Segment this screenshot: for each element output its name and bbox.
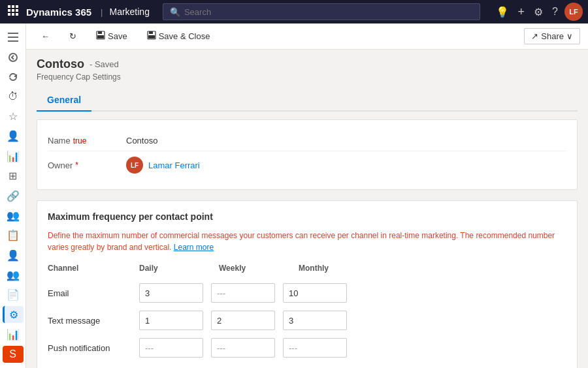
owner-value: LF Lamar Ferrari	[126, 157, 200, 174]
leads-icon[interactable]: 👥	[3, 207, 24, 224]
record-subtitle: Frequency Cap Settings	[37, 72, 578, 82]
frequency-description: Define the maximum number of commercial …	[48, 230, 566, 253]
monthly-header: Monthly	[299, 264, 370, 273]
email-monthly-input[interactable]	[283, 283, 347, 303]
accounts-icon[interactable]: 👤	[3, 247, 24, 264]
svg-rect-14	[98, 31, 102, 34]
share-button[interactable]: ↗ Share ∨	[524, 28, 580, 44]
lightbulb-icon[interactable]: 💡	[493, 3, 512, 21]
svg-rect-11	[8, 40, 18, 42]
user-avatar[interactable]: LF	[564, 3, 583, 21]
search-input[interactable]	[184, 7, 473, 17]
svg-rect-0	[8, 5, 10, 8]
share-label: Share	[541, 31, 564, 41]
module-name: Marketing	[109, 7, 149, 17]
push-monthly-input[interactable]	[283, 338, 347, 358]
main-content: ← ↻ Save	[26, 23, 588, 368]
svg-rect-15	[97, 35, 104, 38]
share-chevron-icon: ∨	[566, 31, 573, 41]
text-monthly-input[interactable]	[283, 311, 347, 330]
save-close-button[interactable]: Save & Close	[140, 27, 218, 45]
brand-name: Dynamics 365	[26, 7, 91, 18]
hamburger-menu-icon[interactable]	[3, 29, 24, 46]
back-nav-icon[interactable]	[3, 48, 24, 65]
push-notification-row: Push notification	[48, 334, 566, 361]
settings-icon[interactable]: ⚙	[531, 3, 546, 21]
svg-rect-10	[8, 37, 18, 38]
top-navigation: Dynamics 365 | Marketing 🔍 💡 + ⚙ ? LF	[0, 0, 588, 23]
svg-rect-6	[8, 13, 10, 16]
settings-nav-icon[interactable]: ⚙	[3, 306, 24, 323]
refresh-button[interactable]: ↻	[62, 28, 84, 44]
back-icon: ←	[41, 31, 50, 41]
email-daily-input[interactable]	[139, 283, 203, 303]
owner-name-link[interactable]: Lamar Ferrari	[148, 161, 200, 170]
data-nav-icon[interactable]: 📊	[3, 326, 24, 343]
learn-more-link[interactable]: Learn more	[174, 243, 214, 252]
svg-rect-2	[16, 5, 18, 8]
owner-field-row: Owner * LF Lamar Ferrari	[48, 151, 566, 179]
name-required-indicator: true	[73, 136, 87, 146]
save-button[interactable]: Save	[89, 27, 135, 45]
save-label: Save	[108, 31, 127, 41]
record-status: - Saved	[90, 59, 119, 69]
segments-icon[interactable]: ⊞	[3, 168, 24, 185]
frequency-table: Channel Daily Weekly Monthly Email	[48, 261, 566, 361]
add-button[interactable]: +	[515, 3, 528, 22]
record-name: Contoso	[37, 57, 84, 71]
left-sidebar: ⏱ ☆ 👤 📊 ⊞ 🔗 👥 📋 👤 👥 📄 ⚙ 📊 S	[0, 23, 26, 368]
frequency-section-title: Maximum frequency per contact point	[48, 211, 566, 222]
name-value: Contoso	[126, 136, 157, 146]
user-nav-icon[interactable]: S	[3, 346, 24, 363]
help-icon[interactable]: ?	[549, 3, 561, 20]
teams-icon[interactable]: 👥	[3, 266, 24, 283]
templates-icon[interactable]: 📋	[3, 227, 24, 244]
frequency-table-header: Channel Daily Weekly Monthly	[48, 261, 566, 275]
save-close-label: Save & Close	[159, 31, 210, 41]
analytics-icon[interactable]: 📊	[3, 147, 24, 164]
push-channel-label: Push notification	[48, 343, 139, 353]
favorites-icon[interactable]: ☆	[3, 108, 24, 125]
tab-general[interactable]: General	[37, 89, 91, 112]
page-content: Contoso - Saved Frequency Cap Settings G…	[26, 50, 588, 368]
save-icon	[96, 31, 105, 42]
refresh-icon: ↻	[69, 31, 76, 41]
owner-label: Owner *	[48, 161, 126, 170]
form-tabs: General	[37, 89, 578, 112]
email-weekly-input[interactable]	[211, 283, 275, 303]
text-daily-input[interactable]	[139, 311, 203, 330]
svg-rect-4	[12, 9, 14, 12]
svg-rect-18	[148, 35, 155, 38]
svg-rect-1	[12, 5, 14, 8]
content-icon[interactable]: 🔗	[3, 187, 24, 204]
text-weekly-input[interactable]	[211, 311, 275, 330]
svg-rect-5	[16, 9, 18, 12]
nav-divider: |	[101, 7, 103, 17]
toolbar: ← ↻ Save	[26, 23, 588, 50]
svg-rect-3	[8, 9, 10, 12]
back-button[interactable]: ←	[34, 28, 57, 44]
weekly-header: Weekly	[219, 264, 291, 273]
main-layout: ⏱ ☆ 👤 📊 ⊞ 🔗 👥 📋 👤 👥 📄 ⚙ 📊 S ← ↻	[0, 23, 588, 368]
reports-icon[interactable]: 📄	[3, 286, 24, 303]
save-close-icon	[147, 31, 156, 42]
svg-rect-7	[12, 13, 14, 16]
push-weekly-input[interactable]	[211, 338, 275, 358]
svg-point-12	[9, 54, 17, 61]
contacts-nav-icon[interactable]: 👤	[3, 128, 24, 145]
svg-rect-17	[149, 31, 153, 34]
push-daily-input[interactable]	[139, 338, 203, 358]
email-channel-label: Email	[48, 288, 139, 298]
name-field-row: Name true Contoso	[48, 130, 566, 151]
svg-rect-9	[8, 33, 18, 34]
svg-rect-8	[16, 13, 18, 16]
apps-button[interactable]	[5, 3, 21, 22]
general-form-section: Name true Contoso Owner * LF Lamar Ferra…	[37, 119, 578, 190]
nav-actions: 💡 + ⚙ ? LF	[493, 3, 583, 22]
recent-icon[interactable]: ⏱	[3, 88, 24, 105]
search-icon: 🔍	[170, 7, 180, 17]
text-message-channel-label: Text message	[48, 316, 139, 326]
refresh-nav-icon[interactable]	[3, 69, 24, 85]
owner-avatar: LF	[126, 157, 143, 174]
search-bar[interactable]: 🔍	[163, 3, 480, 20]
